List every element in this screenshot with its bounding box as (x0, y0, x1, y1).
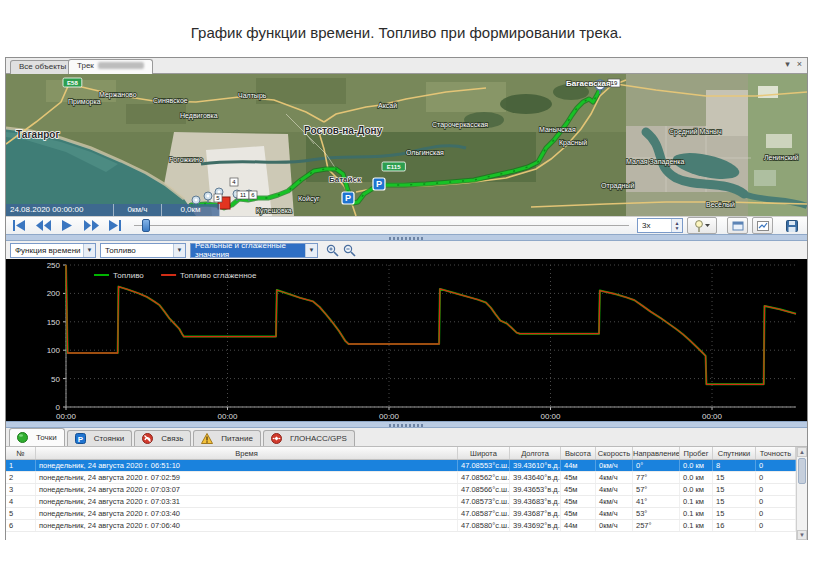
column-header-широта[interactable]: Широта (458, 447, 510, 459)
table-row[interactable]: 2понедельник, 24 августа 2020 г. 07:02:5… (6, 472, 807, 484)
column-header-спутники[interactable]: Спутники (713, 447, 756, 459)
fast-forward-button[interactable] (80, 218, 102, 233)
parameter-select[interactable]: Топливо ▼ (100, 243, 186, 258)
timeline-slider[interactable] (134, 218, 629, 233)
tab-satellite[interactable]: ГЛОНАСС/GPS (263, 430, 355, 446)
column-header-пробег[interactable]: Пробег (680, 447, 713, 459)
table-body: 1понедельник, 24 августа 2020 г. 06:51:1… (6, 460, 807, 532)
show-markers-button[interactable] (687, 217, 717, 234)
svg-text:100: 100 (47, 346, 61, 355)
table-cell: 8 (713, 460, 756, 471)
table-cell: 47.08573°с.ш. (458, 496, 510, 507)
map-pin-icon (694, 220, 704, 232)
map-label: Рогожкино (169, 156, 203, 163)
map-chart-splitter[interactable] (6, 234, 807, 241)
table-cell: 0км/ч (596, 520, 633, 531)
svg-text:P: P (78, 435, 84, 444)
map-label: Красный (559, 139, 587, 147)
tab-all-objects[interactable]: Все объекты (10, 60, 75, 74)
fuel-chart[interactable]: 05010015020025000:0000:0000:0000:0000:00… (6, 259, 807, 421)
chevron-down-icon[interactable]: ▼ (305, 244, 317, 257)
map-canvas[interactable]: PP4511619E58E115 ТаганрогПриморкаМержано… (6, 74, 807, 216)
mode-select[interactable]: Реальные и сглаженные значения ▼ (190, 243, 318, 258)
zoom-out-icon[interactable] (343, 244, 356, 257)
table-cell: 39.43683°в.д. (510, 496, 561, 507)
parking-marker[interactable]: P (373, 178, 385, 190)
column-header-высота[interactable]: Высота (561, 447, 596, 459)
table-cell: 45м (561, 472, 596, 483)
tab-connection[interactable]: Связь (134, 430, 191, 446)
chart-table-splitter[interactable] (6, 421, 807, 428)
map-label: Старочеркасская (432, 121, 488, 129)
table-scrollbar[interactable]: ▲ ▼ (796, 447, 807, 540)
column-header-num[interactable]: № (6, 447, 36, 459)
mode-select-value: Реальные и сглаженные значения (195, 241, 303, 259)
chevron-down-icon[interactable]: ▼ (173, 244, 185, 257)
tab-points[interactable]: Точки (9, 428, 65, 446)
scroll-up-icon[interactable]: ▲ (797, 447, 807, 457)
table-cell: 4 (6, 496, 36, 507)
table-cell: 1 (6, 460, 36, 471)
table-cell: понедельник, 24 августа 2020 г. 07:06:40 (36, 520, 458, 531)
playback-speed-spinner[interactable]: 3x ▲▼ (637, 218, 683, 233)
map-status-bar: 24.08.2020 00:00:00 0км/ч 0,0км (6, 204, 220, 216)
status-distance: 0,0км (162, 204, 220, 216)
save-button[interactable] (781, 218, 803, 233)
map-label: Синявское (153, 97, 188, 104)
skip-end-button[interactable] (104, 218, 126, 233)
column-header-время[interactable]: Время (36, 447, 458, 459)
table-cell: 16 (713, 520, 756, 531)
table-cell: 0.1 км (680, 508, 713, 519)
svg-text:50: 50 (51, 375, 60, 384)
table-cell: понедельник, 24 августа 2020 г. 07:02:59 (36, 472, 458, 483)
scroll-down-icon[interactable]: ▼ (797, 530, 807, 540)
tab-power[interactable]: Питание (193, 430, 261, 446)
table-cell: 45м (561, 484, 596, 495)
points-icon (17, 432, 32, 443)
table-cell: понедельник, 24 августа 2020 г. 07:03:07 (36, 484, 458, 495)
floppy-disk-icon (786, 220, 798, 232)
chart-view-button[interactable] (752, 217, 773, 234)
chevron-down-icon[interactable]: ▼ (83, 244, 95, 257)
spinner-arrows-icon[interactable]: ▲▼ (671, 219, 682, 232)
column-header-направление[interactable]: Направление (633, 447, 680, 459)
table-row[interactable]: 5понедельник, 24 августа 2020 г. 07:03:4… (6, 508, 807, 520)
table-cell: 4км/ч (596, 472, 633, 483)
parking-icon: P (75, 433, 90, 444)
road-number-badge: E115 (382, 162, 405, 171)
panel-close-icon[interactable]: × (794, 59, 805, 69)
satellite-icon (271, 433, 286, 444)
table-cell: 2 (6, 472, 36, 483)
table-row[interactable]: 1понедельник, 24 августа 2020 г. 06:51:1… (6, 460, 807, 472)
parking-marker[interactable]: P (342, 192, 354, 204)
svg-text:19: 19 (611, 80, 618, 86)
tab-parking[interactable]: PСтоянки (67, 430, 133, 446)
timeline-thumb[interactable] (142, 219, 150, 232)
map-label: Ленинский (764, 154, 799, 161)
scroll-thumb[interactable] (798, 458, 806, 484)
table-cell: 57° (633, 484, 680, 495)
legend-label: Топливо сглаженное (180, 271, 257, 280)
table-row[interactable]: 3понедельник, 24 августа 2020 г. 07:03:0… (6, 484, 807, 496)
column-header-скорость[interactable]: Скорость (596, 447, 633, 459)
map-label: Ольгинская (406, 149, 444, 156)
rewind-button[interactable] (32, 218, 54, 233)
column-header-точность[interactable]: Точность (756, 447, 796, 459)
play-button[interactable] (56, 218, 78, 233)
table-cell: 0 (756, 472, 796, 483)
column-header-долгота[interactable]: Долгота (510, 447, 561, 459)
legend-label: Топливо (113, 271, 144, 280)
tab-track[interactable]: Трек (68, 59, 153, 74)
table-cell: 53° (633, 508, 680, 519)
panel-menu-arrow-icon[interactable]: ▾ (782, 59, 793, 69)
table-cell: 47.08587°с.ш. (458, 508, 510, 519)
function-select[interactable]: Функция времени ▼ (10, 243, 96, 258)
svg-text:0: 0 (56, 403, 61, 412)
table-row[interactable]: 4понедельник, 24 августа 2020 г. 07:03:3… (6, 496, 807, 508)
table-cell: 4км/ч (596, 484, 633, 495)
table-row[interactable]: 6понедельник, 24 августа 2020 г. 07:06:4… (6, 520, 807, 532)
zoom-in-icon[interactable] (326, 244, 339, 257)
map-view[interactable]: PP4511619E58E115 ТаганрогПриморкаМержано… (6, 74, 807, 216)
fit-view-button[interactable] (727, 217, 748, 234)
skip-start-button[interactable] (8, 218, 30, 233)
